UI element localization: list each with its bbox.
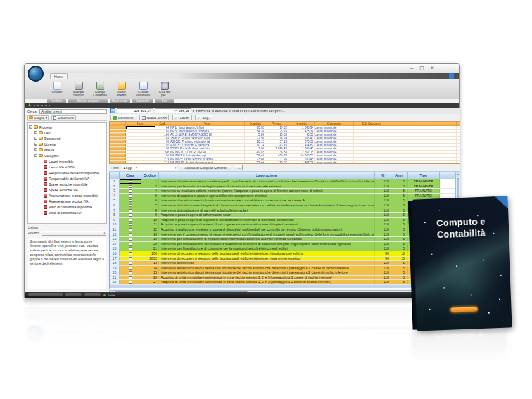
lavorazione-cell[interactable]: 110 [375, 237, 391, 241]
filter-select[interactable]: Leggi --> [122, 165, 177, 170]
top-grid-cell[interactable]: 454,62 [288, 144, 315, 147]
crea-cell[interactable] [120, 179, 141, 184]
tree-item[interactable]: +Documenti [28, 136, 106, 141]
lavorazione-row[interactable]: 1011Acquisto e posa in opera di sistemi … [110, 222, 455, 227]
crea-cell[interactable] [120, 184, 141, 189]
top-grid-cell[interactable] [110, 158, 126, 161]
lavorazione-cell[interactable]: 14 [141, 266, 159, 270]
tree-item[interactable]: Asseverazione tecnica IVA [28, 198, 106, 204]
top-grid-cell[interactable] [126, 154, 155, 157]
crea-cell[interactable] [120, 242, 141, 246]
lower-grid-header[interactable] [110, 172, 120, 179]
lower-grid-header[interactable]: % [375, 172, 391, 179]
top-grid-cell[interactable] [110, 151, 126, 154]
crea-cell[interactable] [120, 208, 141, 213]
crea-cell[interactable] [120, 194, 141, 198]
scroll-up-icon[interactable]: ▲ [456, 172, 460, 177]
lavorazione-cell[interactable]: 5 [391, 280, 408, 284]
crea-cell[interactable] [120, 270, 141, 275]
top-grid-cell[interactable] [126, 126, 155, 129]
lavorazione-cell[interactable]: Intervento per la sostituzione degli imp… [159, 184, 375, 189]
top-grid-cell[interactable]: NP 5: Smontaggio di ringhiere [170, 130, 245, 133]
lavorazione-cell[interactable]: 110 [375, 189, 391, 193]
lavorazione-cell[interactable]: Intervento di sostituzione di climatizza… [159, 198, 375, 203]
top-grid-cell[interactable]: 22,50 [245, 137, 265, 140]
lavorazione-cell[interactable]: TRAINATO [408, 194, 440, 198]
crea-checkbox[interactable] [129, 238, 132, 241]
crea-checkbox[interactable] [129, 243, 132, 246]
crea-checkbox[interactable] [129, 276, 132, 279]
top-grid-cell[interactable]: 90 [155, 147, 170, 150]
lavorazione-cell[interactable]: 110 [375, 227, 391, 232]
crea-checkbox[interactable] [129, 209, 132, 212]
lavorazione-cell[interactable]: 110 [375, 246, 391, 251]
top-grid-cell[interactable] [390, 126, 457, 129]
lower-grid-header[interactable]: Codice [141, 172, 159, 179]
crea-cell[interactable] [120, 256, 141, 261]
lavorazione-cell[interactable]: 21 [141, 246, 159, 251]
top-grid-cell[interactable] [354, 133, 390, 136]
top-grid-cell[interactable]: Lavori imponibile [315, 137, 354, 140]
top-grid-cell[interactable]: 100 [155, 133, 170, 136]
top-grid-cell[interactable]: 1 098,45 [265, 147, 288, 150]
grid-toolbar-button[interactable]: Movimenti [110, 115, 136, 120]
search-input[interactable]: Analisi prezzi [39, 109, 107, 114]
lavorazione-cell[interactable]: 110 [375, 218, 391, 222]
crea-checkbox[interactable] [129, 185, 132, 188]
top-grid-cell[interactable] [354, 161, 390, 164]
top-grid-header[interactable]: Sub Categorie [354, 122, 390, 126]
lavorazione-cell[interactable]: 5 [391, 270, 408, 275]
crea-checkbox[interactable] [129, 223, 132, 226]
top-grid-cell[interactable] [354, 147, 390, 150]
lavorazione-cell[interactable]: 110 [375, 232, 391, 237]
lavorazione-row[interactable]: 16180Intervento di recupero o restauro d… [110, 251, 455, 256]
top-grid-cell[interactable] [126, 140, 155, 143]
top-grid-cell[interactable] [390, 158, 457, 161]
top-grid-cell[interactable]: 280,45 [288, 158, 315, 161]
grid-toolbar-button[interactable]: ✓Sug. [195, 115, 212, 120]
lavorazione-row[interactable]: 56Intervento di sostituzione di climatiz… [110, 198, 455, 203]
top-grid-cell[interactable] [126, 144, 155, 147]
crea-checkbox[interactable] [129, 252, 132, 255]
top-grid-cell[interactable]: Lavori imponibile [315, 161, 354, 164]
crea-cell[interactable] [120, 189, 141, 193]
lavorazione-row[interactable]: 78Intervento di installazione di pannell… [110, 208, 455, 213]
lavorazione-cell[interactable]: 5 [391, 194, 408, 198]
top-grid-cell[interactable]: 1 345,94 [288, 126, 315, 129]
lavorazione-cell[interactable]: 110 [375, 242, 391, 246]
top-grid-cell[interactable] [110, 147, 126, 150]
lavorazione-cell[interactable]: 1 [141, 179, 159, 184]
lavorazione-row[interactable]: 67Intervento di sostituzione di impianti… [110, 203, 455, 208]
lavorazione-cell[interactable]: TRAINANTE [408, 184, 440, 189]
crea-cell[interactable] [120, 266, 141, 270]
lavorazione-row[interactable]: 171802Intervento di recupero o restauro … [110, 256, 455, 262]
lavorazione-row[interactable]: 45Intervento di acquisto e posa in opera… [110, 194, 455, 199]
lavorazione-cell[interactable]: 8 [141, 208, 159, 213]
top-grid-cell[interactable] [390, 144, 457, 147]
lower-grid-header[interactable]: Lavorazione [159, 172, 375, 179]
lavorazione-cell[interactable]: Intervento antisismico da cui deriva una… [159, 270, 375, 275]
lavorazione-cell[interactable]: 110 [375, 208, 391, 213]
lavorazione-cell[interactable]: 6 [141, 198, 159, 203]
top-grid-header[interactable]: Prezzo [265, 122, 288, 126]
lavorazione-row[interactable]: 89Acquisto e posa in opera di schermatur… [110, 213, 455, 218]
top-grid-cell[interactable] [126, 133, 155, 136]
crea-checkbox[interactable] [129, 233, 132, 236]
top-grid-cell[interactable]: 1 428,14 [288, 130, 315, 133]
maximize-button[interactable]: ▢ [419, 65, 425, 71]
top-grid-cell[interactable]: 1,00 [245, 147, 265, 150]
top-grid-cell[interactable]: 96 [155, 154, 170, 157]
lavorazione-cell[interactable]: 110 [375, 184, 391, 189]
left-toolbar-item[interactable]: Documenti [51, 115, 75, 120]
lavorazione-row[interactable]: 1216Intervento per il conseguimento di r… [110, 232, 455, 238]
top-grid-cell[interactable]: 10,12 [245, 140, 265, 143]
ribbon-button[interactable]: Verifiche [48, 80, 66, 99]
lavorazione-cell[interactable]: 5 [141, 194, 159, 198]
lavorazione-cell[interactable]: 13 [141, 261, 159, 265]
expand-icon[interactable]: + [34, 148, 37, 151]
tab-home[interactable]: Home [50, 73, 68, 79]
minimize-button[interactable]: – [408, 65, 415, 71]
lavorazione-cell[interactable]: 90 [375, 256, 391, 261]
lavorazione-cell[interactable]: 5 [391, 218, 408, 222]
apply-to-computo-button[interactable]: Applica al Computo Corrente [180, 165, 231, 170]
